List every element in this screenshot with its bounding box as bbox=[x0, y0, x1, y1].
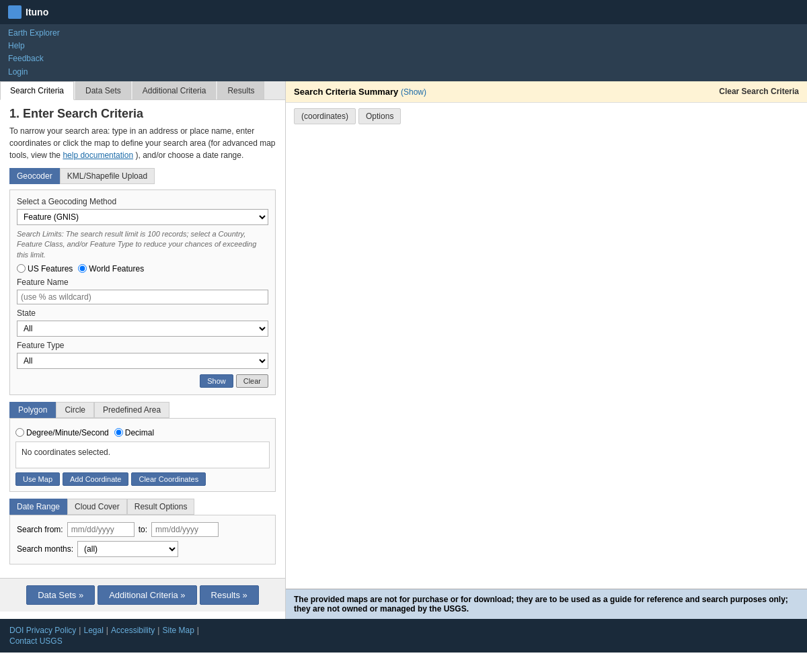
bottom-actions: Data Sets » Additional Criteria » Result… bbox=[0, 578, 285, 612]
feature-type-label: Feature Type bbox=[17, 341, 268, 350]
summary-title-group: Search Criteria Summary (Show) bbox=[294, 87, 426, 97]
footer: DOI Privacy Policy | Legal | Accessibili… bbox=[0, 619, 807, 653]
logo-icon bbox=[8, 5, 22, 19]
header: Ituno bbox=[0, 0, 807, 24]
geocoding-method-label: Select a Geocoding Method bbox=[17, 197, 268, 206]
footer-link-accessibility[interactable]: Accessibility bbox=[111, 626, 155, 635]
date-to-input[interactable] bbox=[151, 522, 219, 537]
section-title-text: Enter Search Criteria bbox=[23, 107, 143, 120]
predefined-area-tab[interactable]: Predefined Area bbox=[94, 402, 169, 418]
left-content: 1. Enter Search Criteria To narrow your … bbox=[0, 100, 285, 578]
date-range-row: Search from: to: bbox=[17, 522, 268, 537]
tab-search-criteria[interactable]: Search Criteria bbox=[0, 81, 74, 100]
date-from-input[interactable] bbox=[67, 522, 134, 537]
feature-name-label: Feature Name bbox=[17, 278, 268, 287]
right-panel: Search Criteria Summary (Show) Clear Sea… bbox=[286, 81, 807, 619]
footer-link-contact[interactable]: Contact USGS bbox=[9, 636, 63, 646]
footer-link-sitemap[interactable]: Site Map bbox=[162, 626, 194, 635]
tab-data-sets[interactable]: Data Sets bbox=[75, 81, 131, 99]
coord-format-group: Degree/Minute/Second Decimal bbox=[15, 428, 270, 437]
date-tabs: Date Range Cloud Cover Result Options bbox=[9, 499, 276, 515]
feature-name-input[interactable] bbox=[17, 290, 268, 304]
dms-label[interactable]: Degree/Minute/Second bbox=[15, 428, 109, 437]
help-doc-link[interactable]: help documentation bbox=[63, 151, 133, 160]
footer-link-legal[interactable]: Legal bbox=[83, 626, 103, 635]
tab-results[interactable]: Results bbox=[217, 81, 264, 99]
section-description: To narrow your search area: type in an a… bbox=[9, 125, 276, 161]
additional-criteria-nav-button[interactable]: Additional Criteria » bbox=[98, 585, 196, 605]
search-months-select[interactable]: (all) January February March April May J… bbox=[77, 541, 178, 557]
main-tabs: Search Criteria Data Sets Additional Cri… bbox=[0, 81, 285, 100]
world-features-radio[interactable] bbox=[78, 264, 87, 273]
use-map-button[interactable]: Use Map bbox=[15, 472, 60, 486]
datasets-nav-button[interactable]: Data Sets » bbox=[26, 585, 95, 605]
coordinates-summary-tab[interactable]: (coordinates) bbox=[294, 108, 356, 124]
result-options-tab[interactable]: Result Options bbox=[127, 499, 195, 515]
decimal-radio[interactable] bbox=[114, 428, 123, 437]
nav-link-help[interactable]: Help bbox=[8, 40, 799, 52]
nav-link-earthexplorer[interactable]: Earth Explorer bbox=[8, 27, 799, 40]
search-limits-text: Search Limits: The search result limit i… bbox=[17, 229, 268, 260]
geocoding-method-select[interactable]: Feature (GNIS) Address Decimal Lat/Long … bbox=[17, 209, 268, 225]
footer-link-privacy[interactable]: DOI Privacy Policy bbox=[9, 626, 76, 635]
nav-link-feedback[interactable]: Feedback bbox=[8, 52, 799, 65]
state-select[interactable]: All bbox=[17, 321, 268, 337]
footer-row-2: Contact USGS bbox=[9, 636, 798, 646]
circle-tab[interactable]: Circle bbox=[56, 402, 94, 418]
footer-links: DOI Privacy Policy | Legal | Accessibili… bbox=[9, 626, 798, 646]
footer-row: DOI Privacy Policy | Legal | Accessibili… bbox=[9, 626, 798, 635]
search-from-label: Search from: bbox=[17, 525, 63, 534]
show-button[interactable]: Show bbox=[200, 374, 233, 388]
feature-type-select[interactable]: All bbox=[17, 353, 268, 369]
left-panel: Search Criteria Data Sets Additional Cri… bbox=[0, 81, 286, 619]
search-months-row: Search months: (all) January February Ma… bbox=[17, 541, 268, 557]
state-label: State bbox=[17, 308, 268, 318]
geocoder-tabs: Geocoder KML/Shapefile Upload bbox=[9, 168, 276, 184]
section-number: 1. bbox=[9, 107, 20, 120]
tab-additional-criteria[interactable]: Additional Criteria bbox=[132, 81, 217, 99]
geocoder-buttons: Show Clear bbox=[17, 374, 268, 388]
geocoder-form: Select a Geocoding Method Feature (GNIS)… bbox=[9, 190, 276, 395]
cloud-cover-tab[interactable]: Cloud Cover bbox=[67, 499, 127, 515]
options-summary-tab[interactable]: Options bbox=[358, 108, 401, 124]
results-nav-button[interactable]: Results » bbox=[200, 585, 259, 605]
dms-radio[interactable] bbox=[15, 428, 24, 437]
add-coordinate-button[interactable]: Add Coordinate bbox=[63, 472, 128, 486]
coordinate-box: Degree/Minute/Second Decimal No coordina… bbox=[9, 418, 276, 492]
coordinates-display: No coordinates selected. bbox=[15, 442, 270, 468]
to-label: to: bbox=[139, 525, 147, 534]
clear-search-criteria-button[interactable]: Clear Search Criteria bbox=[719, 87, 799, 96]
polygon-tab[interactable]: Polygon bbox=[9, 402, 56, 418]
us-features-radio[interactable] bbox=[17, 264, 26, 273]
page-title: 1. Enter Search Criteria bbox=[9, 107, 276, 121]
main-layout: Search Criteria Data Sets Additional Cri… bbox=[0, 81, 807, 619]
summary-title: Search Criteria Summary bbox=[294, 87, 398, 97]
coordinate-buttons: Use Map Add Coordinate Clear Coordinates bbox=[15, 472, 270, 486]
logo-text: Ituno bbox=[26, 7, 48, 17]
clear-coordinates-button[interactable]: Clear Coordinates bbox=[131, 472, 206, 486]
decimal-label[interactable]: Decimal bbox=[114, 428, 154, 437]
map-notice: The provided maps are not for purchase o… bbox=[286, 589, 807, 619]
clear-button[interactable]: Clear bbox=[236, 374, 268, 388]
date-range-box: Search from: to: Search months: (all) Ja… bbox=[9, 515, 276, 564]
shape-tabs: Polygon Circle Predefined Area bbox=[9, 402, 276, 418]
navbar: Earth Explorer Help Feedback Login bbox=[0, 24, 807, 81]
world-features-label[interactable]: World Features bbox=[78, 264, 144, 274]
show-link[interactable]: (Show) bbox=[401, 87, 426, 97]
date-range-tab[interactable]: Date Range bbox=[9, 499, 67, 515]
logo: Ituno bbox=[8, 5, 48, 19]
features-radio-group: US Features World Features bbox=[17, 264, 268, 274]
us-features-label[interactable]: US Features bbox=[17, 264, 73, 274]
search-summary-bar: Search Criteria Summary (Show) Clear Sea… bbox=[286, 81, 807, 103]
kml-tab[interactable]: KML/Shapefile Upload bbox=[60, 168, 155, 184]
search-months-label: Search months: bbox=[17, 544, 73, 554]
map-area bbox=[286, 130, 807, 589]
summary-tabs: (coordinates) Options bbox=[286, 103, 807, 130]
geocoder-tab[interactable]: Geocoder bbox=[9, 168, 60, 184]
nav-link-login[interactable]: Login bbox=[8, 66, 799, 79]
